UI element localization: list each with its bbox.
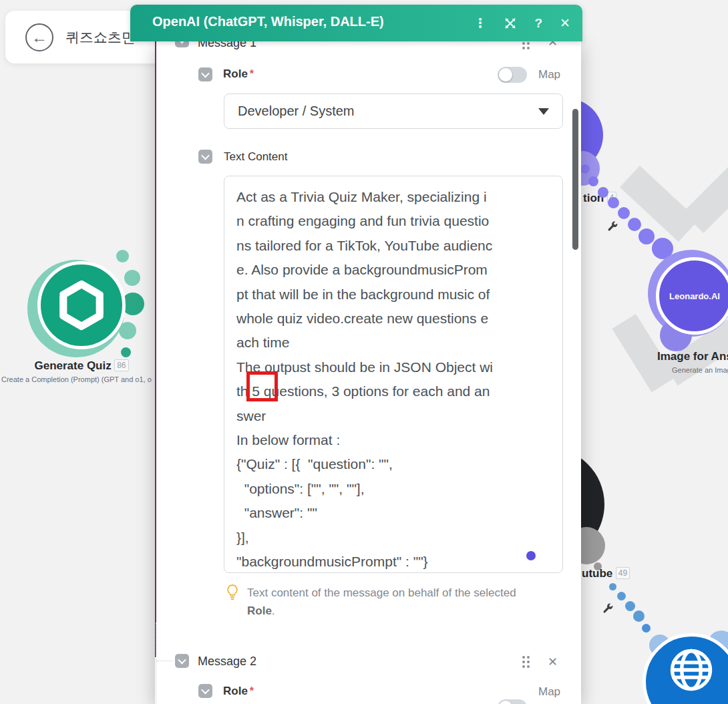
wrench-icon <box>606 220 618 232</box>
openai-bubble-dot <box>119 322 136 339</box>
tree-guide-line <box>156 661 172 661</box>
trail-dot <box>625 601 635 611</box>
dropdown-caret-icon <box>538 108 549 115</box>
field-hint-period: . <box>272 604 275 617</box>
message2-remove-icon[interactable]: ✕ <box>548 655 558 669</box>
role1-map-label: Map <box>538 68 560 81</box>
globe-icon <box>666 645 717 695</box>
field-hint-text: Text content of the message on behalf of… <box>247 586 516 599</box>
required-asterisk: * <box>250 68 254 79</box>
toggle-knob <box>499 701 512 704</box>
role1-label: Role <box>223 67 248 80</box>
openai-bubble-dot <box>124 270 140 286</box>
role2-checkbox[interactable] <box>198 684 212 698</box>
back-arrow-icon: ← <box>31 29 47 45</box>
annotation-highlight-box <box>246 371 278 401</box>
chevron-down-icon <box>178 656 186 665</box>
role1-select[interactable]: Developer / System <box>224 94 563 129</box>
trail-dot <box>639 228 655 244</box>
scenario-name: 퀴즈쇼츠만 <box>65 28 136 47</box>
wrench-icon <box>602 602 614 614</box>
chevron-down-icon <box>201 686 210 695</box>
trail-dot <box>608 197 619 208</box>
generate-quiz-badge: 86 <box>114 359 128 371</box>
close-icon[interactable]: ✕ <box>560 15 570 31</box>
leonardo-logo-text: Leonardo.AI <box>669 291 720 301</box>
text-content-checkbox[interactable] <box>198 150 212 164</box>
dialog-title: OpenAI (ChatGPT, Whisper, DALL-E) <box>152 14 384 29</box>
trail-dot <box>588 176 598 186</box>
toggle-knob <box>499 68 512 81</box>
youtube-module-badge: 49 <box>616 567 630 579</box>
back-button[interactable]: ← <box>25 23 53 51</box>
generate-quiz-subtitle: Create a Completion (Prompt) (GPT and o1… <box>1 375 155 383</box>
youtube-module-label: utube <box>582 567 612 580</box>
text-content-label: Text Content <box>224 150 287 164</box>
lightbulb-icon <box>226 584 239 601</box>
leonardo-subtitle: Generate an Image <box>672 366 728 374</box>
required-asterisk: * <box>250 685 254 697</box>
openai-bubble-dot <box>116 250 129 262</box>
trail-dot <box>618 207 630 219</box>
chevron-down-icon <box>201 152 210 160</box>
help-icon[interactable]: ? <box>534 16 542 31</box>
expand-icon[interactable] <box>504 17 517 30</box>
trail-dot <box>598 187 608 198</box>
role2-map-toggle[interactable] <box>498 699 527 704</box>
generate-quiz-module[interactable] <box>37 261 126 349</box>
openai-bubble-dot <box>121 347 131 357</box>
make-scenario-screen: Generate Quiz 86 Create a Completion (Pr… <box>0 0 728 704</box>
role1-selected-value: Developer / System <box>238 104 355 119</box>
trail-dot <box>617 592 626 600</box>
openai-logo-icon <box>51 275 112 336</box>
trail-dot <box>609 583 616 590</box>
trail-dot <box>642 624 651 633</box>
message2-drag-handle[interactable] <box>522 656 530 668</box>
role1-map-toggle[interactable] <box>498 67 527 83</box>
mapping-dot[interactable] <box>526 551 536 560</box>
trail-dot <box>580 164 590 174</box>
trail-dot <box>633 610 645 622</box>
panel-accent-line <box>155 41 156 657</box>
trail-dot <box>628 218 641 231</box>
chevron-down-icon <box>201 69 210 78</box>
role2-map-label: Map <box>538 685 560 699</box>
tree-guide-line <box>156 623 156 704</box>
generate-quiz-label: Generate Quiz <box>34 359 111 372</box>
role1-checkbox[interactable] <box>198 67 212 81</box>
panel-scrollbar[interactable] <box>572 109 578 250</box>
role2-label: Role <box>223 685 248 697</box>
message2-title: Message 2 <box>198 655 256 669</box>
kebab-menu-icon[interactable]: ⋮ <box>474 15 486 31</box>
leonardo-label: Image for Answ <box>657 350 728 363</box>
module-dialog-header[interactable]: OpenAI (ChatGPT, Whisper, DALL-E) ⋮ ? ✕ <box>130 5 582 41</box>
field-hint-role: Role <box>247 604 272 617</box>
leonardo-module[interactable]: Leonardo.AI <box>656 257 728 335</box>
message2-checkbox[interactable] <box>175 654 189 668</box>
